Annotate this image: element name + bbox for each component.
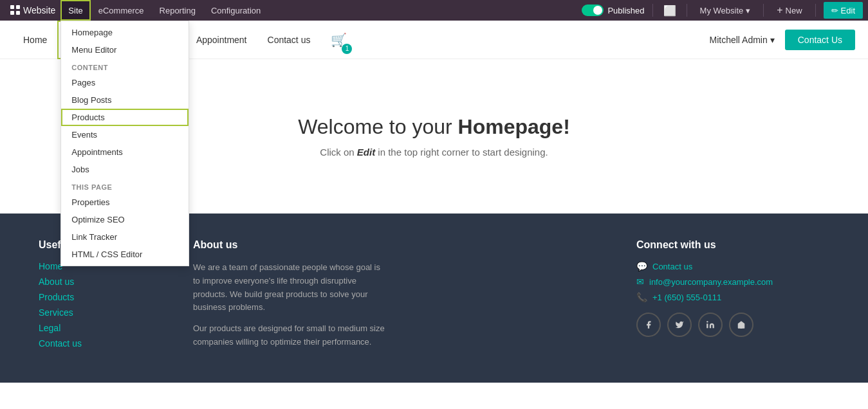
dropdown-products[interactable]: Products	[61, 109, 189, 126]
footer-email-link[interactable]: info@yourcompany.example.com	[649, 277, 773, 287]
published-check-icon: ✓	[596, 7, 601, 14]
site-dropdown-menu: Homepage Menu Editor Content Pages Blog …	[60, 21, 189, 266]
footer-contact-us-link[interactable]: Contact us	[652, 262, 692, 271]
home-icon[interactable]	[729, 313, 753, 337]
footer-connect: Connect with us 💬 Contact us ✉ info@your…	[636, 239, 829, 357]
nav-link-contact[interactable]: Contact us	[257, 21, 321, 59]
chevron-down-icon: ▾	[746, 6, 750, 15]
footer-link-products[interactable]: Products	[39, 292, 167, 302]
site-nav-container: Site Homepage Menu Editor Content Pages …	[60, 0, 90, 21]
published-toggle[interactable]: ✓	[582, 5, 604, 16]
cart-icon-wrap[interactable]: 🛒 1	[320, 32, 357, 48]
plus-icon: +	[777, 5, 782, 16]
facebook-icon[interactable]	[636, 313, 661, 337]
divider-4	[815, 4, 816, 17]
footer-about-text1: We are a team of passionate people whose…	[193, 261, 389, 314]
nav-reporting[interactable]: Reporting	[152, 0, 203, 21]
phone-icon: 📞	[636, 292, 647, 302]
edit-button[interactable]: ✏ Edit	[824, 2, 863, 19]
footer-phone-text: +1 (650) 555-0111	[652, 293, 721, 302]
nav-configuration[interactable]: Configuration	[203, 0, 268, 21]
admin-logo-text: Website	[23, 5, 55, 15]
divider-2	[687, 4, 687, 17]
social-icons	[636, 313, 829, 337]
footer-email-item: ✉ info@yourcompany.example.com	[636, 277, 829, 287]
footer-contact-us-item: 💬 Contact us	[636, 261, 829, 271]
dropdown-appointments[interactable]: Appointments	[61, 143, 189, 161]
published-label: Published	[607, 6, 644, 15]
dropdown-homepage[interactable]: Homepage	[61, 24, 189, 41]
dropdown-link-tracker[interactable]: Link Tracker	[61, 228, 189, 246]
chat-icon: 💬	[636, 261, 647, 271]
chevron-down-icon: ▾	[770, 35, 775, 45]
divider-3	[763, 4, 764, 17]
website-nav-right: Mitchell Admin ▾ Contact Us	[709, 30, 855, 50]
hero-subtitle: Click on Edit in the top right corner to…	[320, 147, 548, 158]
divider-1	[652, 4, 653, 17]
twitter-icon[interactable]	[667, 313, 692, 337]
svg-point-0	[706, 321, 708, 322]
new-btn[interactable]: + New	[771, 5, 807, 16]
nav-site[interactable]: Site	[60, 0, 90, 21]
admin-nav-left: Website Site Homepage Menu Editor Conten…	[5, 0, 268, 21]
contact-us-button[interactable]: Contact Us	[785, 30, 855, 50]
published-badge[interactable]: ✓ Published	[582, 5, 644, 16]
linkedin-icon[interactable]	[698, 313, 723, 337]
my-website-btn[interactable]: My Website ▾	[695, 6, 756, 15]
footer-spacer	[415, 239, 611, 357]
grid-icon	[10, 5, 21, 15]
dropdown-optimize-seo[interactable]: Optimize SEO	[61, 211, 189, 228]
dropdown-html-css-editor[interactable]: HTML / CSS Editor	[61, 246, 189, 263]
dropdown-pages[interactable]: Pages	[61, 74, 189, 91]
footer-about-title: About us	[193, 239, 389, 251]
email-icon: ✉	[636, 277, 644, 287]
tablet-icon[interactable]: ⬜	[661, 5, 679, 17]
footer-link-contact[interactable]: Contact us	[39, 338, 167, 349]
dropdown-menu-editor[interactable]: Menu Editor	[61, 41, 189, 59]
admin-logo[interactable]: Website	[5, 5, 60, 15]
cart-badge: 1	[342, 44, 352, 54]
footer-about-text2: Our products are designed for small to m…	[193, 322, 389, 349]
nav-link-home[interactable]: Home	[13, 21, 57, 59]
footer-connect-title: Connect with us	[636, 239, 829, 251]
dropdown-content-header: Content	[61, 59, 189, 74]
footer-link-about[interactable]: About us	[39, 277, 167, 287]
footer-about-us: About us We are a team of passionate peo…	[193, 239, 389, 357]
dropdown-properties[interactable]: Properties	[61, 194, 189, 211]
admin-user-btn[interactable]: Mitchell Admin ▾	[709, 35, 774, 45]
pencil-icon: ✏	[831, 6, 838, 15]
footer-link-legal[interactable]: Legal	[39, 323, 167, 333]
admin-bar-right: ✓ Published ⬜ My Website ▾ + New ✏ Edit	[582, 2, 863, 19]
admin-bar: Website Site Homepage Menu Editor Conten…	[0, 0, 868, 21]
dropdown-blog-posts[interactable]: Blog Posts	[61, 91, 189, 109]
footer-link-services[interactable]: Services	[39, 307, 167, 318]
dropdown-events[interactable]: Events	[61, 126, 189, 143]
nav-ecommerce[interactable]: eCommerce	[91, 0, 152, 21]
hero-title: Welcome to your Homepage!	[298, 115, 570, 139]
dropdown-jobs[interactable]: Jobs	[61, 161, 189, 178]
dropdown-this-page-header: This page	[61, 178, 189, 194]
footer-phone-item: 📞 +1 (650) 555-0111	[636, 292, 829, 302]
nav-link-appointment[interactable]: Appointment	[186, 21, 257, 59]
